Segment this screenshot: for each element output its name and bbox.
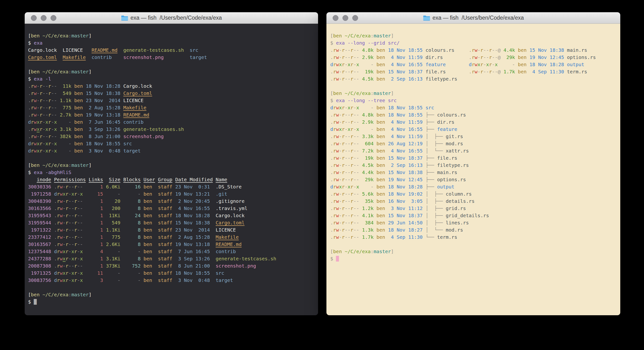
terminal-line: [ben ~/C/e/exa:master] [330,90,620,97]
text-segment [86,54,92,60]
text-segment: r [66,248,68,254]
text-segment: . [28,112,31,118]
text-segment: 604 [359,141,374,146]
text-segment [526,47,530,53]
window-titlebar[interactable]: exa — fish /Users/ben/Code/exa/exa [25,12,318,24]
text-segment: -- [42,134,48,139]
text-segment: ] [89,162,92,168]
text-segment: 18 Nov 18:28 [172,213,210,218]
text-segment: ben [515,54,526,60]
text-segment: r [342,141,345,146]
text-segment: 30030336 [28,184,51,190]
text-segment [210,227,216,233]
terminal-output[interactable]: [ben ~/C/e/exa:master]$ exa --long --gri… [326,24,620,315]
text-segment: : [68,292,72,298]
text-segment: r [74,242,77,247]
terminal-line [28,284,318,291]
text-segment: . [469,54,472,60]
text-segment: ben [72,141,83,146]
text-segment: r [342,76,345,82]
text-segment: - [77,191,80,197]
text-segment: ben [333,248,342,254]
folder-icon[interactable] [121,15,128,21]
text-segment: ben [31,162,40,168]
text-segment: ben staff [141,184,172,190]
text-segment: r [40,126,42,132]
text-segment: LICENCE [123,98,143,103]
folder-icon[interactable] [423,15,430,21]
text-segment [422,69,426,74]
text-segment: w [60,213,62,218]
text-segment: x [80,277,83,283]
text-segment: ben staff [141,242,172,247]
text-segment: : [68,162,72,168]
text-segment [454,47,469,53]
text-segment: w [336,126,339,132]
text-segment: -- [68,206,74,211]
text-segment: x [80,248,83,254]
text-segment: 7 Jun 16:45 [172,248,210,254]
text-segment: -- [77,213,83,218]
text-segment [422,206,426,211]
text-segment: -- [345,220,350,226]
text-segment: r [333,213,336,218]
text-segment: x [80,256,83,262]
text-segment [385,220,388,226]
minimize-button[interactable] [342,15,348,21]
text-segment: Cargo.lock [123,83,152,89]
text-segment: w [336,148,339,154]
text-segment: 1971258 [28,191,51,197]
text-segment: r [74,213,77,218]
text-segment: 3 [83,277,103,283]
text-segment: x [63,191,66,197]
text-segment: . [54,242,57,247]
text-segment: - [359,126,374,132]
text-segment: 24 [120,213,140,218]
text-segment: x [72,277,74,283]
text-segment: ben staff [141,220,172,226]
text-segment: -- [77,184,83,190]
text-segment: r [74,270,77,276]
text-segment: ben [72,105,83,110]
text-segment: 2.7k [57,112,71,118]
text-segment: r [31,148,34,154]
terminal-line: .rw-r--r-- 3.3k ben 4 Nov 11:59 │ ├── gi… [330,133,620,140]
text-segment: r [333,155,336,161]
text-segment: main.rs [567,47,587,53]
text-segment: -- [68,227,74,233]
text-segment: contrib [216,248,236,254]
text-segment: r [74,206,77,211]
text-segment: -- [77,220,83,226]
text-segment: ben [374,191,385,197]
text-segment: 30163566 [28,206,51,211]
text-segment: Cargo.toml [28,54,57,60]
text-segment [385,54,388,60]
text-segment: - [339,155,342,161]
text-segment: ben staff [141,234,172,240]
text-segment: r [31,83,34,89]
text-segment: -- [345,112,350,118]
window-titlebar[interactable]: exa — fish /Users/ben/Code/exa/exa [326,12,620,24]
terminal-line: .rw-r--r-- 384 ben 29 Jun 14:50 │ ├── li… [330,219,620,226]
zoom-button[interactable] [50,15,56,21]
close-button[interactable] [31,15,37,21]
zoom-button[interactable] [352,15,358,21]
text-segment: ] [391,33,394,38]
text-segment: 4 Nov 16:55 [388,62,423,67]
text-segment: 19 Nov 13:18 [172,242,210,247]
text-segment: x [339,126,342,132]
text-segment: . [330,220,333,226]
close-button[interactable] [333,15,338,21]
text-segment: r [40,134,42,139]
text-segment: Size [109,177,120,182]
minimize-button[interactable] [41,15,46,21]
terminal-line: .rw-r--r-- 4.8k ben 18 Nov 18:55 colours… [330,46,620,54]
text-segment: $ [28,299,34,305]
terminal-line: drwxr-xr-x - ben 3 Nov 0:48 target [28,147,318,154]
text-segment: -- [42,90,48,96]
terminal-line: 1971322 .rw-r--r-- 1 1.1Ki 8 ben staff 2… [28,226,318,234]
text-segment: 4 Nov 11:59 [388,54,423,60]
text-segment [83,141,86,146]
terminal-output[interactable]: [ben ~/C/e/exa:master]$ exaCargo.lock LI… [25,24,318,315]
text-segment: 382k [57,134,71,139]
